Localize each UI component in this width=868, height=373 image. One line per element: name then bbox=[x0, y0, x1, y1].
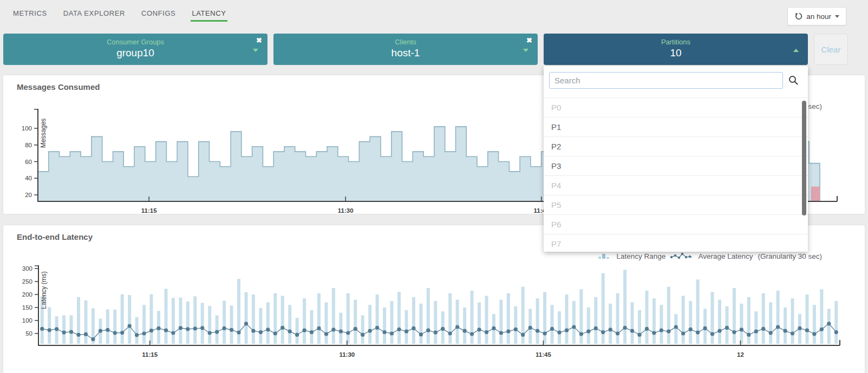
tab-configs[interactable]: CONFIGS bbox=[140, 6, 177, 22]
consumer-groups-filter[interactable]: Consumer Groups group10 ✖ bbox=[3, 34, 267, 65]
partition-option-p7[interactable]: P7 bbox=[544, 234, 808, 252]
refresh-icon bbox=[794, 12, 802, 21]
clients-value: host-1 bbox=[273, 47, 538, 59]
nav-tabs: METRICSDATA EXPLORERCONFIGSLATENCY bbox=[12, 6, 242, 22]
partitions-label: Partitions bbox=[544, 34, 808, 46]
top-nav: METRICSDATA EXPLORERCONFIGSLATENCY an ho… bbox=[0, 0, 868, 27]
clients-label: Clients bbox=[273, 34, 538, 46]
caret-down-icon[interactable] bbox=[523, 49, 528, 52]
svg-text:80: 80 bbox=[25, 142, 32, 148]
svg-text:200: 200 bbox=[22, 291, 32, 298]
svg-text:Latency (ms): Latency (ms) bbox=[40, 271, 48, 309]
tab-data-explorer[interactable]: DATA EXPLORER bbox=[62, 6, 126, 22]
svg-text:11:45: 11:45 bbox=[536, 351, 551, 358]
partition-option-p2[interactable]: P2 bbox=[544, 137, 808, 156]
partitions-dropdown-panel: P0P1P2P3P4P5P6P7 bbox=[544, 66, 808, 252]
svg-text:50: 50 bbox=[25, 330, 32, 337]
svg-text:11:30: 11:30 bbox=[339, 351, 355, 358]
svg-text:150: 150 bbox=[22, 304, 32, 311]
partitions-value: 10 bbox=[544, 47, 808, 59]
close-icon[interactable]: ✖ bbox=[256, 37, 262, 44]
partition-option-p4[interactable]: P4 bbox=[544, 176, 808, 195]
dropdown-scrollbar[interactable] bbox=[802, 101, 806, 215]
clear-filters-button[interactable]: Clear bbox=[814, 34, 848, 65]
consumer-groups-value: group10 bbox=[3, 47, 267, 59]
svg-text:100: 100 bbox=[22, 317, 32, 324]
partition-option-p3[interactable]: P3 bbox=[544, 156, 808, 176]
consumer-groups-label: Consumer Groups bbox=[3, 34, 267, 46]
svg-text:11:15: 11:15 bbox=[141, 207, 157, 214]
svg-text:12: 12 bbox=[737, 351, 744, 358]
partition-option-p1[interactable]: P1 bbox=[544, 117, 808, 137]
svg-text:40: 40 bbox=[25, 175, 32, 181]
partitions-filter[interactable]: Partitions 10 bbox=[544, 34, 808, 65]
clients-filter[interactable]: Clients host-1 ✖ bbox=[273, 34, 538, 65]
tab-latency[interactable]: LATENCY bbox=[191, 6, 227, 22]
time-range-button[interactable]: an hour bbox=[787, 7, 846, 25]
partition-option-p6[interactable]: P6 bbox=[544, 215, 808, 234]
partition-option-p5[interactable]: P5 bbox=[544, 195, 808, 215]
svg-text:11:30: 11:30 bbox=[338, 207, 354, 214]
tab-metrics[interactable]: METRICS bbox=[12, 6, 48, 22]
partition-options-list: P0P1P2P3P4P5P6P7 bbox=[544, 97, 808, 252]
time-range-label: an hour bbox=[806, 12, 831, 21]
caret-up-icon[interactable] bbox=[793, 49, 799, 52]
search-icon[interactable] bbox=[787, 74, 799, 86]
search-input[interactable] bbox=[549, 72, 783, 89]
svg-text:Messages: Messages bbox=[40, 119, 47, 148]
svg-text:100: 100 bbox=[22, 125, 32, 132]
svg-text:11:15: 11:15 bbox=[142, 351, 158, 358]
caret-down-icon bbox=[835, 15, 839, 18]
caret-down-icon[interactable] bbox=[253, 49, 258, 52]
svg-text:250: 250 bbox=[22, 278, 32, 285]
svg-text:60: 60 bbox=[25, 159, 32, 165]
close-icon[interactable]: ✖ bbox=[526, 37, 532, 44]
partition-option-p0[interactable]: P0 bbox=[544, 98, 808, 117]
svg-text:300: 300 bbox=[22, 265, 32, 272]
svg-text:20: 20 bbox=[25, 192, 32, 198]
